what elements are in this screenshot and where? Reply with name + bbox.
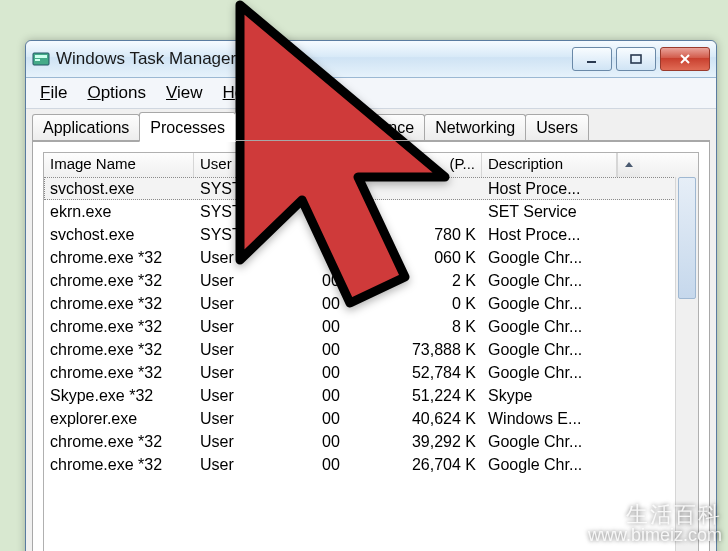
- vertical-scrollbar[interactable]: [675, 177, 698, 551]
- column-headers: Image Name User Name (P... Description: [44, 153, 698, 178]
- cell: 00: [316, 410, 404, 428]
- cell: Windows E...: [482, 410, 617, 428]
- cell: SYSTEM: [194, 203, 316, 221]
- window-title: Windows Task Manager: [56, 49, 572, 69]
- tab-strip: Applications Processes Services nce Netw…: [26, 109, 716, 141]
- svg-rect-4: [631, 55, 641, 63]
- cell: 00: [316, 295, 404, 313]
- cell: Google Chr...: [482, 295, 617, 313]
- cell: 39,292 K: [404, 433, 482, 451]
- cell: 00: [316, 341, 404, 359]
- cell: 00: [316, 272, 404, 290]
- svg-rect-1: [35, 55, 47, 58]
- cell: Google Chr...: [482, 341, 617, 359]
- cell: 00: [316, 318, 404, 336]
- cell: User: [194, 364, 316, 382]
- cell: 52,784 K: [404, 364, 482, 382]
- cell: explorer.exe: [44, 410, 194, 428]
- menu-help[interactable]: Help: [215, 80, 266, 106]
- tab-processes[interactable]: Processes: [139, 112, 236, 142]
- cell: User: [194, 295, 316, 313]
- cell: Google Chr...: [482, 249, 617, 267]
- table-row[interactable]: chrome.exe *32User0026,704 KGoogle Chr..…: [44, 453, 698, 476]
- tab-users[interactable]: Users: [525, 114, 589, 141]
- table-row[interactable]: chrome.exe *32User000 KGoogle Chr...: [44, 292, 698, 315]
- cell: 00: [316, 364, 404, 382]
- watermark: 生活百科 www.bimeiz.com: [588, 503, 722, 545]
- table-row[interactable]: chrome.exe *32User002 KGoogle Chr...: [44, 269, 698, 292]
- cell: 00: [316, 456, 404, 474]
- cell: 26,704 K: [404, 456, 482, 474]
- cell: chrome.exe *32: [44, 249, 194, 267]
- cell: SYSTEM: [194, 226, 316, 244]
- tab-content: Image Name User Name (P... Description s…: [32, 141, 710, 551]
- cell: chrome.exe *32: [44, 295, 194, 313]
- cell: User: [194, 272, 316, 290]
- cell: ekrn.exe: [44, 203, 194, 221]
- close-button[interactable]: [660, 47, 710, 71]
- cell: Skype: [482, 387, 617, 405]
- col-memory[interactable]: (P...: [404, 153, 482, 177]
- col-image-name[interactable]: Image Name: [44, 153, 194, 177]
- cell: User: [194, 410, 316, 428]
- cell: Host Proce...: [482, 226, 617, 244]
- table-row[interactable]: ekrn.exeSYSTEMSET Service: [44, 200, 698, 223]
- cell: 060 K: [404, 249, 482, 267]
- menubar: File Options View Help: [26, 78, 716, 109]
- tab-applications[interactable]: Applications: [32, 114, 140, 141]
- scrollbar-thumb[interactable]: [678, 177, 696, 299]
- cell: User: [194, 433, 316, 451]
- cell: User: [194, 456, 316, 474]
- cell: 8 K: [404, 318, 482, 336]
- cell: chrome.exe *32: [44, 318, 194, 336]
- cell: User: [194, 318, 316, 336]
- table-row[interactable]: chrome.exe *32User0073,888 KGoogle Chr..…: [44, 338, 698, 361]
- cell: 00: [316, 433, 404, 451]
- table-row[interactable]: chrome.exe *32User0039,292 KGoogle Chr..…: [44, 430, 698, 453]
- cell: 0 K: [404, 295, 482, 313]
- cell: Skype.exe *32: [44, 387, 194, 405]
- table-row[interactable]: svchost.exeSYSTEM780 KHost Proce...: [44, 223, 698, 246]
- tab-services[interactable]: Services: [235, 114, 318, 141]
- table-row[interactable]: explorer.exeUser0040,624 KWindows E...: [44, 407, 698, 430]
- cell: Google Chr...: [482, 364, 617, 382]
- cell: chrome.exe *32: [44, 456, 194, 474]
- cell: chrome.exe *32: [44, 433, 194, 451]
- process-rows: svchost.exeSYSTEMHost Proce...ekrn.exeSY…: [44, 177, 698, 551]
- menu-view[interactable]: View: [158, 80, 211, 106]
- maximize-button[interactable]: [616, 47, 656, 71]
- cell: 51,224 K: [404, 387, 482, 405]
- table-row[interactable]: chrome.exe *32User008 KGoogle Chr...: [44, 315, 698, 338]
- menu-options[interactable]: Options: [79, 80, 154, 106]
- cell: Google Chr...: [482, 433, 617, 451]
- cell: chrome.exe *32: [44, 364, 194, 382]
- tab-networking[interactable]: Networking: [424, 114, 526, 141]
- table-row[interactable]: Skype.exe *32User0051,224 KSkype: [44, 384, 698, 407]
- cell: svchost.exe: [44, 226, 194, 244]
- app-icon: [32, 50, 50, 68]
- col-cpu[interactable]: [316, 153, 404, 177]
- svg-rect-2: [35, 59, 40, 61]
- cell: Host Proce...: [482, 180, 617, 198]
- cell: User: [194, 249, 316, 267]
- tab-performance[interactable]: nce: [317, 114, 425, 141]
- table-row[interactable]: chrome.exe *32User0052,784 KGoogle Chr..…: [44, 361, 698, 384]
- table-row[interactable]: svchost.exeSYSTEMHost Proce...: [44, 177, 698, 200]
- cell: SET Service: [482, 203, 617, 221]
- titlebar[interactable]: Windows Task Manager: [26, 41, 716, 78]
- col-user-name[interactable]: User Name: [194, 153, 316, 177]
- cell: User: [194, 387, 316, 405]
- cell: 2 K: [404, 272, 482, 290]
- cell: 40,624 K: [404, 410, 482, 428]
- minimize-button[interactable]: [572, 47, 612, 71]
- window-controls: [572, 47, 710, 71]
- cell: chrome.exe *32: [44, 341, 194, 359]
- cell: Google Chr...: [482, 456, 617, 474]
- scroll-up-button[interactable]: [617, 153, 640, 177]
- menu-file[interactable]: File: [32, 80, 75, 106]
- cell: Google Chr...: [482, 318, 617, 336]
- table-row[interactable]: chrome.exe *32User060 KGoogle Chr...: [44, 246, 698, 269]
- task-manager-window: Windows Task Manager File Options View H…: [25, 40, 717, 551]
- col-description[interactable]: Description: [482, 153, 617, 177]
- process-list: Image Name User Name (P... Description s…: [43, 152, 699, 551]
